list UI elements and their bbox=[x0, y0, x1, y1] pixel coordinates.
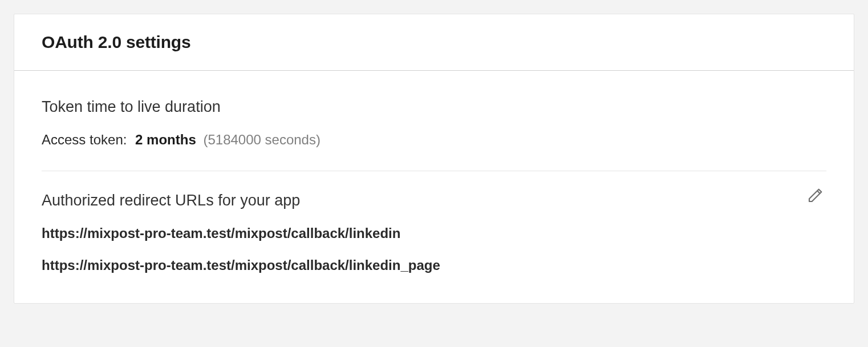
access-token-seconds: (5184000 seconds) bbox=[203, 132, 320, 147]
access-token-duration: 2 months bbox=[135, 132, 196, 147]
edit-redirect-urls-button[interactable] bbox=[806, 185, 826, 205]
card-header: OAuth 2.0 settings bbox=[14, 14, 854, 71]
redirect-url-item: https://mixpost-pro-team.test/mixpost/ca… bbox=[42, 257, 806, 273]
access-token-row: Access token: 2 months (5184000 seconds) bbox=[42, 132, 826, 148]
page-title: OAuth 2.0 settings bbox=[42, 33, 826, 52]
token-ttl-heading: Token time to live duration bbox=[42, 98, 826, 116]
redirect-urls-heading: Authorized redirect URLs for your app bbox=[42, 192, 806, 209]
pencil-icon bbox=[807, 185, 825, 205]
oauth-settings-card: OAuth 2.0 settings Token time to live du… bbox=[14, 14, 854, 304]
redirect-url-item: https://mixpost-pro-team.test/mixpost/ca… bbox=[42, 225, 806, 241]
section-divider bbox=[42, 171, 826, 171]
redirect-url-list: https://mixpost-pro-team.test/mixpost/ca… bbox=[42, 225, 806, 273]
access-token-label: Access token: bbox=[42, 132, 127, 147]
